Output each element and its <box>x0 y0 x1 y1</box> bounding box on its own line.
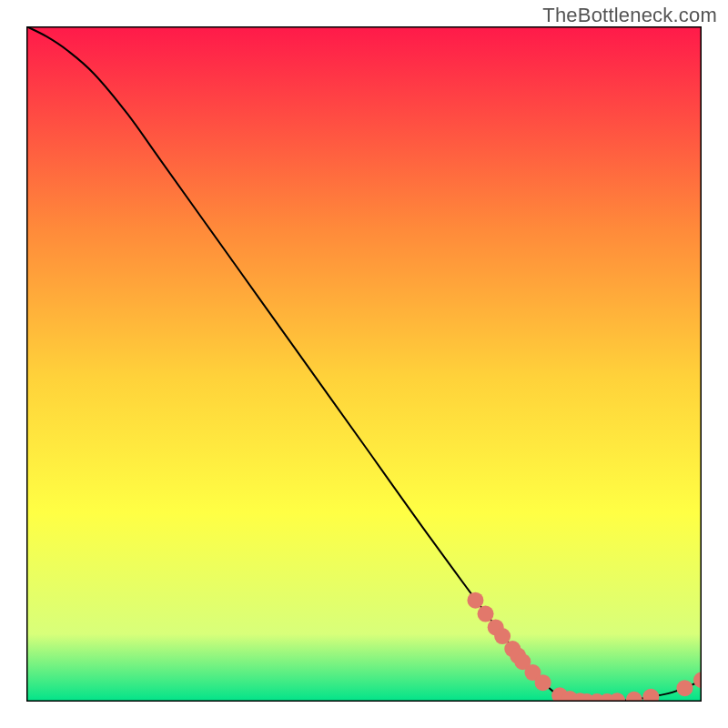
chart-svg <box>26 26 702 702</box>
data-marker <box>676 680 693 696</box>
data-marker <box>494 628 511 644</box>
plot-area <box>26 26 702 702</box>
chart-container: TheBottleneck.com <box>0 0 728 728</box>
data-marker <box>467 592 483 609</box>
watermark-text: TheBottleneck.com <box>542 4 717 27</box>
gradient-background <box>26 26 702 702</box>
data-marker <box>535 674 551 691</box>
data-marker <box>478 606 494 622</box>
